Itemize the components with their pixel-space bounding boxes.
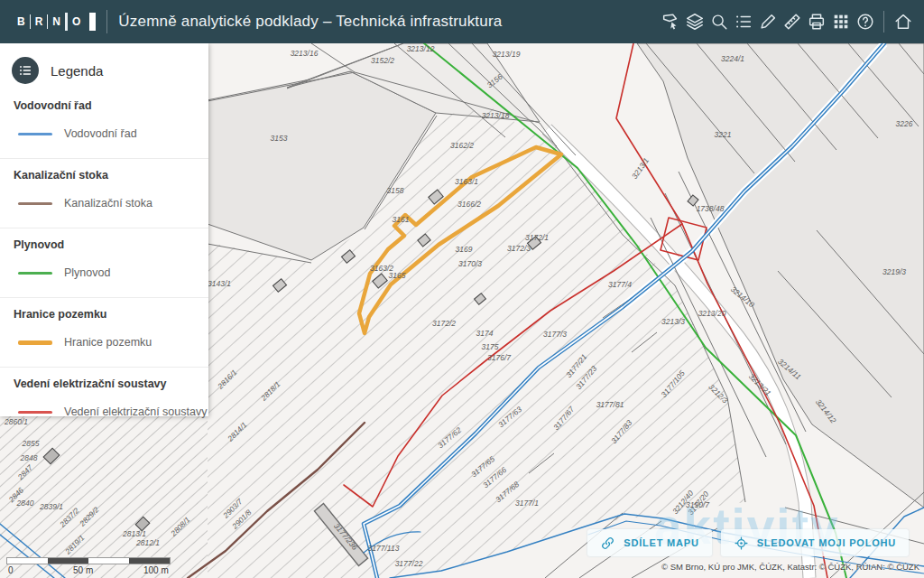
- parcel-label: 3226: [896, 119, 913, 128]
- toolbar-divider: [883, 11, 884, 33]
- legend-item: Kanalizační stoka: [18, 197, 208, 210]
- parcel-label: 3162/2: [450, 141, 474, 150]
- gas-line-swatch: [18, 272, 52, 275]
- legend-section-heading: Vedení elektrizační soustavy: [14, 378, 208, 390]
- logo-letter: B: [13, 15, 30, 28]
- parcel-label: 3213/20: [698, 309, 726, 318]
- logo-letter: N: [48, 15, 65, 28]
- legend-item: Hranice pozemku: [18, 336, 208, 349]
- print-icon[interactable]: [804, 8, 828, 35]
- parcel-label: 3177/4: [608, 280, 632, 289]
- legend-item: Vodovodní řad: [18, 127, 208, 140]
- parcel-label: 2839/1: [39, 502, 63, 511]
- parcel-label: 3190/7: [686, 500, 709, 509]
- legend-item-label: Plynovod: [64, 266, 110, 279]
- measure-icon[interactable]: [780, 8, 804, 35]
- scale-label-0: 0: [8, 565, 14, 575]
- parcel-label: 3163/1: [455, 177, 478, 186]
- legend-section-heading: Hranice pozemku: [14, 308, 208, 321]
- scale-segment: [7, 558, 48, 564]
- area-select-icon[interactable]: [658, 8, 682, 35]
- parcel-label: 3143/1: [208, 279, 231, 288]
- map-canvas[interactable]: 3213/163152/23213/123213/193224/13221322…: [0, 43, 924, 578]
- parcel-label: 3213/16: [291, 49, 319, 58]
- parcel-label: 3161: [393, 215, 410, 224]
- locate-icon: [734, 536, 749, 551]
- power-line-swatch: [18, 411, 52, 414]
- parcel-label: 3177/3: [543, 330, 567, 339]
- legend-section-heading: Kanalizační stoka: [14, 169, 208, 182]
- parcel-label: 3152/2: [371, 56, 394, 65]
- locate-me-button[interactable]: SLEDOVAT MOJI POLOHU: [721, 529, 909, 556]
- apps-grid-icon[interactable]: [828, 8, 853, 35]
- draw-icon[interactable]: [755, 8, 780, 35]
- legend-section-plynovod: Plynovod Plynovod: [0, 228, 208, 288]
- legend-item: Plynovod: [18, 266, 208, 279]
- search-icon[interactable]: [707, 8, 731, 35]
- home-icon[interactable]: [891, 8, 915, 35]
- legend-panel: Legenda Vodovodní řad Vodovodní řad Kana…: [0, 43, 208, 416]
- legend-item-label: Vedení elektrizační soustavy: [64, 406, 207, 418]
- toolbar: [658, 8, 915, 35]
- legend-section-elektro: Vedení elektrizační soustavy Vedení elek…: [0, 367, 208, 427]
- parcel-label: 3174: [476, 329, 494, 338]
- brno-logo[interactable]: B R N O: [13, 10, 96, 33]
- layers-icon[interactable]: [682, 8, 707, 35]
- legend-item-label: Kanalizační stoka: [64, 197, 152, 210]
- share-map-button[interactable]: SDÍLET MAPU: [587, 529, 711, 556]
- legend-list-icon[interactable]: [731, 8, 755, 35]
- parcel-label: 3177/113: [368, 544, 400, 553]
- legend-item-label: Hranice pozemku: [64, 336, 152, 349]
- parcel-label: 2840: [16, 499, 34, 508]
- scale-bar-labels: 0 50 m 100 m: [6, 564, 171, 576]
- map-attribution: © SM Brno, KÚ pro JMK, ČÚZK, Katastr: © …: [661, 562, 919, 572]
- legend-section-vodovod: Vodovodní řad Vodovodní řad: [0, 89, 208, 149]
- sewer-line-swatch: [18, 202, 52, 205]
- header-divider: [106, 10, 107, 33]
- parcel-label: 2855: [22, 439, 40, 448]
- parcel-label: 3170/3: [458, 259, 482, 268]
- parcel-label: 3177/1: [515, 499, 539, 508]
- parcel-label: 3213/3: [661, 317, 685, 326]
- legend-item: Vedení elektrizační soustavy: [18, 406, 208, 418]
- parcel-label: 3213/19: [493, 50, 521, 59]
- legend-section-heading: Plynovod: [14, 238, 208, 251]
- parcel-label: 2848: [20, 453, 38, 462]
- locate-me-label: SLEDOVAT MOJI POLOHU: [757, 537, 896, 548]
- parcel-label: 3224/1: [721, 54, 744, 63]
- parcel-label: 3176/7: [487, 353, 511, 362]
- logo-letter: O: [68, 15, 85, 28]
- parcel-label: 2812/1: [135, 538, 160, 547]
- parcel-label: 3169: [456, 245, 473, 254]
- parcel-label: 3172/1: [525, 233, 549, 242]
- legend-header: Legenda: [0, 43, 208, 89]
- scale-bar: 0 50 m 100 m: [6, 557, 171, 576]
- logo-block: [89, 13, 96, 31]
- scale-segment: [88, 558, 129, 564]
- water-line-swatch: [18, 133, 52, 135]
- parcel-label: 3166/2: [457, 200, 481, 209]
- parcel-label: 3177/81: [596, 400, 624, 409]
- share-link-icon: [600, 536, 615, 551]
- parcel-label: 2813/1: [122, 529, 146, 538]
- parcel-label: 3172/3: [507, 244, 531, 253]
- parcel-label: 3213/12: [407, 44, 435, 53]
- legend-item-label: Vodovodní řad: [64, 127, 137, 140]
- map-actions: SDÍLET MAPU SLEDOVAT MOJI POLOHU: [587, 529, 909, 556]
- help-icon[interactable]: [853, 8, 877, 35]
- legend-title: Legenda: [51, 63, 103, 79]
- parcel-label: 1738/48: [697, 204, 725, 213]
- legend-icon: [12, 57, 39, 84]
- legend-section-hranice: Hranice pozemku Hranice pozemku: [0, 297, 208, 358]
- scale-label-100: 100 m: [143, 565, 169, 575]
- logo-letter: R: [31, 15, 48, 28]
- share-map-label: SDÍLET MAPU: [624, 537, 698, 548]
- parcel-label: 3213/18: [482, 111, 510, 120]
- parcel-label: 3158: [387, 186, 404, 195]
- strip-parcels-southwest: [0, 405, 208, 578]
- app-header: B R N O Územně analytické podklady – Tec…: [0, 0, 924, 43]
- parcel-label: 3219/3: [882, 267, 906, 276]
- legend-section-heading: Vodovodní řad: [14, 99, 208, 112]
- scale-segment: [48, 558, 88, 564]
- parcel-label: 3153: [271, 134, 288, 143]
